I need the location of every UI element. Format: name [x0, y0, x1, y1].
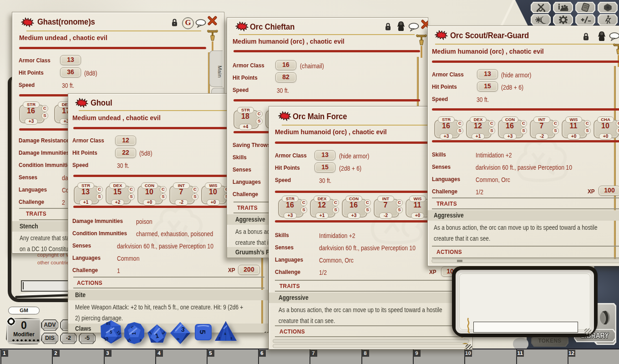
svg-text:1: 1 — [131, 332, 137, 335]
svg-text:5: 5 — [198, 330, 207, 334]
svg-text:18: 18 — [106, 321, 110, 326]
svg-text:2: 2 — [218, 337, 220, 340]
svg-text:3: 3 — [230, 337, 232, 340]
